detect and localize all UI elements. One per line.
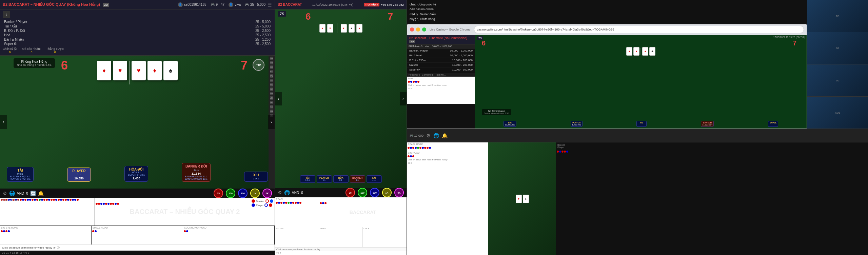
bet-footer: Chờ xử lý: 0 Đã xác nhận: 0 Thắng cược: … <box>3 47 272 54</box>
mid-nums: 21 8 <box>275 251 407 255</box>
mid-click-info: Click on above pearl road for video repl… <box>275 247 407 251</box>
small-road-label: SMALL ROAD <box>92 226 183 230</box>
chrome-close-btn[interactable] <box>410 27 414 32</box>
side-ind-b0: B0 <box>270 101 273 104</box>
chrome-url-bar[interactable] <box>474 26 804 33</box>
road-dot <box>290 202 292 204</box>
road-dot <box>410 147 412 149</box>
right-text-line2: đến casino online, <box>410 7 435 11</box>
road-dot <box>285 202 287 204</box>
inner-banker-zone[interactable]: BANKER 11,122,334 <box>701 121 714 127</box>
currency-icon[interactable]: 🌐 <box>9 191 15 196</box>
road-dot <box>48 199 50 201</box>
inner-click-info: Click on above pearl road B for video re… <box>407 83 475 87</box>
road-dot <box>115 203 117 205</box>
top-bar-right: 👤 ss0019614165 🎮 9 - 47 👤 viva 🎮 25 - 5,… <box>178 2 272 7</box>
inner-big-zone[interactable]: BIG 10,880,000 <box>504 121 516 127</box>
inner-left-num: 6 <box>482 39 486 47</box>
chip-100-button[interactable]: 100 <box>226 189 235 198</box>
nav-arrow-right[interactable]: › <box>268 115 275 129</box>
inner-road-dots <box>407 80 475 83</box>
chrome-minimize-btn[interactable] <box>416 27 420 32</box>
mid-hoa-zone[interactable]: HÒA 8:1 <box>333 175 349 183</box>
road-dot <box>419 147 421 149</box>
road-top: PEARL ROAD <box>0 198 275 226</box>
mid-card-2: ♥ <box>327 24 333 33</box>
rba-settings-icon[interactable]: ⚙ <box>426 133 431 138</box>
mid-pearl-road[interactable]: PEARL <box>275 197 319 227</box>
road-dot <box>566 151 568 153</box>
mid-chip-300[interactable]: 300 <box>370 188 379 197</box>
mid-xiu-zone[interactable]: XỈU 1.5:1 <box>367 175 382 183</box>
mid-banker-title: BANKER <box>352 177 363 179</box>
small-road-section: SMALL ROAD <box>92 226 183 244</box>
chip-300-button[interactable]: 300 <box>238 189 248 198</box>
road-dot <box>324 202 327 204</box>
mid-header: B2 BACCARAT 17/03/2022 19:59:05 (GMT+8) … <box>275 0 407 9</box>
mid-xiu-odds: 1.5:1 <box>369 179 380 181</box>
menu-icon[interactable]: ☰ <box>268 2 272 7</box>
table-row: Banker / Player 25 - 5,000 <box>3 20 272 24</box>
mid-currency-icon[interactable]: 🌐 <box>284 190 290 195</box>
bet-label: Banker / Player <box>3 20 162 24</box>
road-dot <box>51 199 53 201</box>
road-dot <box>110 203 112 205</box>
chip-1k-button[interactable]: 1K <box>250 189 260 198</box>
chip-5k-button[interactable]: 5K <box>262 189 272 198</box>
chip-25-button[interactable]: 25 <box>214 189 223 198</box>
inner-player-zone[interactable]: PLAYER 1,400,000 <box>571 121 583 127</box>
mid-nav-left[interactable]: ‹ <box>275 92 282 105</box>
mid-small-road-1: BIG EYE <box>275 227 319 247</box>
rba-bell-icon[interactable]: 🔔 <box>442 133 448 138</box>
mid-nav-right[interactable]: › <box>400 92 407 105</box>
mid-tai-zone[interactable]: TÀI 0.5:1 <box>300 175 315 183</box>
mid-game-area: 7S 6 7 ♦ ♥ ♥ ♠ ♦ TÀI 0.5:1 PLAYER 1:1 <box>275 9 407 188</box>
inner-small-zone[interactable]: SMALL <box>768 121 778 127</box>
mid-chip-5k[interactable]: 5K <box>394 188 404 197</box>
tai-zone[interactable]: TÀI 0.5:1 PLAYER 8 NÚT 8:1 PLAYER 9 NÚT … <box>7 167 34 182</box>
bet-refresh-button[interactable]: ↕ <box>3 11 10 18</box>
mid-chip-1k[interactable]: 1K <box>382 188 392 197</box>
baccarat-dots <box>95 198 275 205</box>
road-dot <box>43 199 45 201</box>
sidebar-img-label-d1: D1 <box>836 47 839 50</box>
pending-label: Chờ xử lý: <box>3 47 17 51</box>
inner-total-label: Total Mi... <box>435 74 446 76</box>
mid-banker-zone[interactable]: BANKER 1:1 <box>350 175 365 183</box>
mid-small-label-2: SMALL <box>319 227 363 230</box>
bell-icon[interactable]: 🔔 <box>38 191 44 196</box>
rba-big-road-label: BIG ROAD <box>407 151 488 155</box>
inner-user: BRMebakro3 <box>409 45 422 47</box>
road-dot <box>417 147 419 149</box>
inner-numbers: 21 8 <box>407 87 475 90</box>
rba-currency-icon[interactable]: 🌐 <box>433 133 439 138</box>
road-dot <box>65 199 67 201</box>
pearl-road[interactable]: PEARL ROAD <box>0 198 95 225</box>
player-zone[interactable]: PLAYER 1:1 10,550 <box>67 168 91 182</box>
settings-icon[interactable]: ⚙ <box>3 191 7 196</box>
player-odds: 1:1 <box>70 173 88 176</box>
xiu-zone[interactable]: XỈU 1.5:1 <box>244 172 268 182</box>
mid-chip-25[interactable]: 25 <box>346 188 355 197</box>
rba-right-section: Banker Player <box>556 142 868 255</box>
refresh-icon[interactable]: 🔄 <box>30 191 36 196</box>
chrome-maximize-btn[interactable] <box>422 27 426 32</box>
mid-settings-icon[interactable]: ⚙ <box>278 190 282 195</box>
hoa-doi-zone[interactable]: HÒA ĐÔI HÒA 8:1 SUPER 6+ 18:1 1,430 <box>124 166 148 182</box>
mid-player-zone[interactable]: PLAYER 1:1 <box>317 175 332 183</box>
side-ind-xd1: XD1 <box>270 70 273 73</box>
road-dot <box>105 203 107 205</box>
video-area: Không Hoa Hồng Nhà cái thắng 6 nút trả 0… <box>0 56 275 189</box>
inner-tie-zone[interactable]: TIE <box>636 121 647 127</box>
side-ind-r1: R1 <box>270 110 273 113</box>
mid-bc-right: 25 100 300 1K 5K <box>346 188 404 197</box>
banker-doi-zone[interactable]: BANKER ĐÔI 11:1 11,134 BANKER 8 NÚT 11:1… <box>182 163 210 182</box>
bet-label: B. Đôi / P. Đôi <box>3 28 162 33</box>
phone-number: +66 649 744 982 <box>381 3 404 6</box>
road-dot <box>410 155 412 157</box>
road-dot <box>422 147 424 149</box>
mid-chip-100[interactable]: 100 <box>358 188 367 197</box>
road-dot <box>564 151 566 153</box>
inner-title-text: B2 Baccarat – Cinematic (No Commission) <box>409 36 467 40</box>
nav-arrow-left[interactable]: ‹ <box>0 115 7 129</box>
